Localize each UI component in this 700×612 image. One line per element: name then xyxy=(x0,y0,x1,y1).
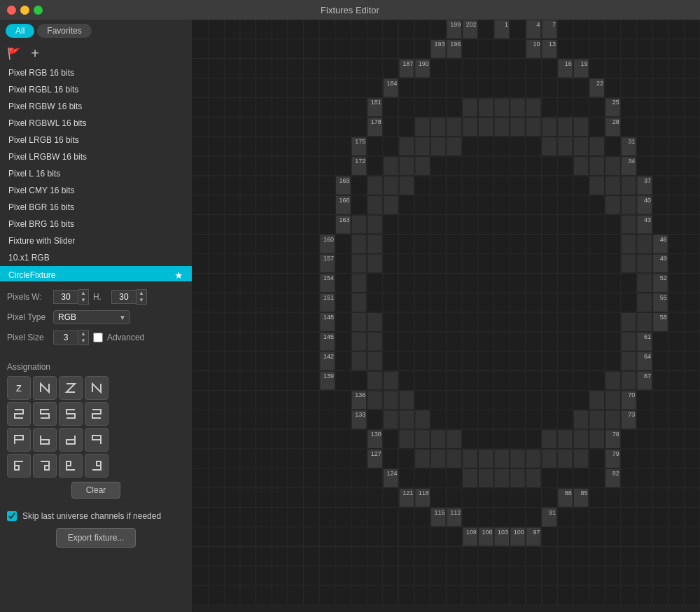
svg-text:37: 37 xyxy=(644,177,651,184)
svg-rect-278 xyxy=(589,410,604,429)
skip-checkbox[interactable] xyxy=(7,511,17,521)
assign-btn-14[interactable] xyxy=(33,454,57,478)
svg-text:10: 10 xyxy=(533,41,540,48)
svg-rect-287 xyxy=(589,430,604,448)
close-button[interactable] xyxy=(7,6,16,15)
assign-btn-3[interactable] xyxy=(59,376,83,400)
svg-text:124: 124 xyxy=(387,470,398,477)
pixels-w-up[interactable]: ▲ xyxy=(78,290,88,297)
pixels-h-up[interactable]: ▲ xyxy=(136,290,146,297)
assign-btn-15[interactable] xyxy=(59,454,83,478)
svg-rect-299 xyxy=(463,469,477,487)
pixels-w-input[interactable] xyxy=(53,290,78,304)
tab-favorites[interactable]: Favorites xyxy=(37,24,91,38)
svg-text:97: 97 xyxy=(533,529,540,536)
svg-rect-218 xyxy=(431,137,446,155)
svg-rect-266 xyxy=(384,372,398,390)
pixels-h-stepper: ▲ ▼ xyxy=(111,289,147,305)
fixture-item-0[interactable]: Pixel RGB 16 bits xyxy=(0,64,192,81)
fixture-item-1[interactable]: Pixel RGBL 16 bits xyxy=(0,81,192,98)
svg-rect-219 xyxy=(447,137,462,155)
svg-rect-271 xyxy=(400,391,414,409)
assign-btn-9[interactable] xyxy=(7,428,31,452)
horizontal-scrollbar[interactable] xyxy=(192,605,700,612)
assign-btn-16[interactable] xyxy=(85,454,108,478)
fixture-item-9[interactable]: Pixel BRG 16 bits xyxy=(0,216,192,232)
svg-text:130: 130 xyxy=(371,431,382,438)
svg-rect-276 xyxy=(415,410,430,429)
pixel-type-select[interactable]: RGB RGBW RGBWL xyxy=(53,310,130,324)
fixture-item-11[interactable]: 10.x1 RGB xyxy=(0,249,192,266)
pixel-size-down[interactable]: ▼ xyxy=(78,338,88,345)
fixture-item-7[interactable]: Pixel CMY 16 bits xyxy=(0,182,192,199)
sidebar: All Favorites 🚩 + Pixel RGB 16 bitsPixel… xyxy=(0,20,192,612)
svg-text:148: 148 xyxy=(323,314,334,321)
svg-text:196: 196 xyxy=(450,41,461,48)
fixture-item-12[interactable]: CircleFixture★ xyxy=(0,266,192,281)
minimize-button[interactable] xyxy=(20,6,29,15)
assign-btn-11[interactable] xyxy=(59,428,83,452)
svg-rect-240 xyxy=(352,216,367,234)
svg-rect-206 xyxy=(431,118,446,136)
svg-rect-230 xyxy=(368,176,382,195)
add-fixture-button[interactable]: + xyxy=(27,45,43,62)
fixture-item-10[interactable]: Fixture with Slider xyxy=(0,232,192,249)
svg-text:190: 190 xyxy=(419,60,429,67)
svg-text:88: 88 xyxy=(565,489,572,496)
svg-rect-203 xyxy=(510,98,525,116)
svg-rect-252 xyxy=(637,274,652,292)
assign-btn-1[interactable]: z xyxy=(7,376,31,400)
assign-btn-2[interactable] xyxy=(33,376,57,400)
pixel-size-up[interactable]: ▲ xyxy=(78,331,88,338)
svg-text:31: 31 xyxy=(628,138,635,145)
svg-rect-285 xyxy=(558,430,573,448)
svg-rect-243 xyxy=(352,235,367,253)
window-title: Fixtures Editor xyxy=(321,5,379,15)
assignation-section: Assignation z xyxy=(0,358,192,507)
pixels-w-down[interactable]: ▼ xyxy=(78,297,88,304)
svg-rect-222 xyxy=(574,137,589,155)
svg-text:76: 76 xyxy=(612,431,620,438)
assign-btn-10[interactable] xyxy=(33,428,57,452)
export-button[interactable]: Export fixture... xyxy=(56,528,136,548)
svg-rect-245 xyxy=(622,235,636,253)
fixture-item-5[interactable]: Pixel LRGBW 16 bits xyxy=(0,148,192,165)
svg-text:67: 67 xyxy=(644,373,651,380)
assign-btn-4[interactable] xyxy=(85,376,108,400)
pixels-h-input[interactable] xyxy=(111,290,136,304)
fixture-item-4[interactable]: Pixel LRGB 16 bits xyxy=(0,132,192,148)
svg-rect-227 xyxy=(574,157,589,175)
pixel-size-input[interactable] xyxy=(53,331,78,345)
svg-text:58: 58 xyxy=(660,314,667,321)
svg-text:172: 172 xyxy=(355,158,365,165)
flag-icon[interactable]: 🚩 xyxy=(6,45,22,62)
fixture-item-6[interactable]: Pixel L 16 bits xyxy=(0,165,192,182)
assign-btn-7[interactable] xyxy=(59,402,83,426)
svg-rect-210 xyxy=(494,118,509,136)
tab-all[interactable]: All xyxy=(6,24,34,38)
settings-section: Pixels W: ▲ ▼ H. ▲ ▼ xyxy=(0,281,192,358)
svg-rect-224 xyxy=(384,157,398,175)
svg-rect-231 xyxy=(384,176,398,195)
clear-button[interactable]: Clear xyxy=(71,482,121,499)
title-bar: Fixtures Editor xyxy=(0,0,700,20)
maximize-button[interactable] xyxy=(34,6,43,15)
fixture-item-2[interactable]: Pixel RGBW 16 bits xyxy=(0,98,192,115)
svg-rect-289 xyxy=(431,450,446,468)
svg-rect-254 xyxy=(637,293,652,312)
assign-btn-12[interactable] xyxy=(85,428,108,452)
svg-text:34: 34 xyxy=(628,158,635,165)
fixture-item-8[interactable]: Pixel BGR 16 bits xyxy=(0,199,192,216)
pixels-h-down[interactable]: ▼ xyxy=(136,297,146,304)
svg-rect-241 xyxy=(368,216,382,234)
assign-btn-6[interactable] xyxy=(33,402,57,426)
assign-btn-13[interactable] xyxy=(7,454,31,478)
svg-rect-239 xyxy=(622,196,636,214)
svg-text:163: 163 xyxy=(340,216,350,223)
svg-rect-284 xyxy=(542,430,556,448)
fixture-item-3[interactable]: Pixel RGBWL 16 bits xyxy=(0,115,192,132)
fixture-list: Pixel RGB 16 bitsPixel RGBL 16 bitsPixel… xyxy=(0,64,192,281)
advanced-checkbox[interactable] xyxy=(93,333,103,342)
assign-btn-8[interactable] xyxy=(85,402,108,426)
assign-btn-5[interactable] xyxy=(7,402,31,426)
